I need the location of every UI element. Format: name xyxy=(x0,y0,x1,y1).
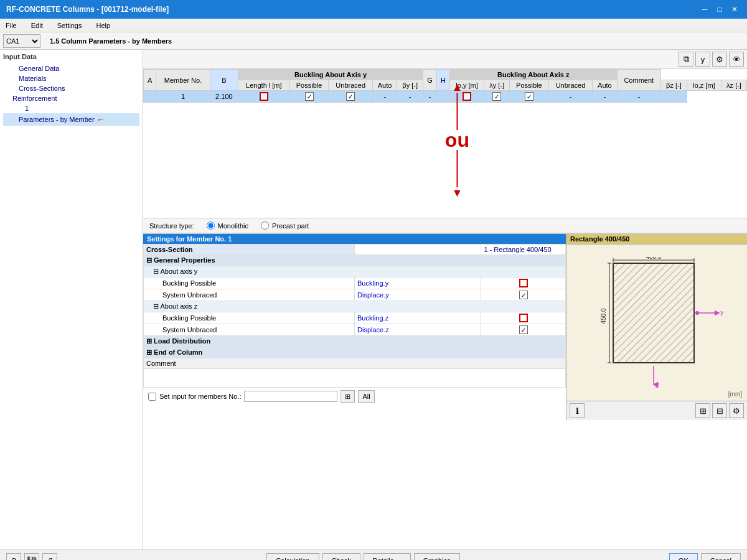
axis-z-header: ⊟ About axis z xyxy=(144,301,566,312)
member-no-input[interactable] xyxy=(244,391,337,402)
bottom-panel: Settings for Member No. 1 Cross-Section … xyxy=(143,233,747,420)
eye-icon[interactable]: 👁 xyxy=(729,52,744,67)
menu-help[interactable]: Help xyxy=(93,21,113,30)
chart-y-icon[interactable]: y xyxy=(695,52,710,67)
close-btn[interactable]: ✕ xyxy=(728,4,741,15)
possible-z-checkbox[interactable] xyxy=(463,92,471,101)
buckling-possible-y-row: Buckling Possible Buckling.y xyxy=(144,278,566,289)
table-row[interactable]: 1 2.100 - - - - - - xyxy=(144,91,747,103)
load-dist-header: ⊞ Load Distribution xyxy=(144,336,566,347)
help-btn[interactable]: ? xyxy=(6,553,21,560)
footer-left: ? 💾 🖨 xyxy=(6,553,57,560)
possible-y-checkbox[interactable] xyxy=(260,92,268,101)
buckling-possible-z-val[interactable] xyxy=(481,312,566,324)
info-icon[interactable]: ℹ xyxy=(570,403,585,418)
precast-radio-group[interactable]: Precast part xyxy=(261,222,309,230)
col-beta-y: βy [-] xyxy=(397,80,423,91)
buckling-y-checkbox[interactable] xyxy=(519,279,528,287)
monolithic-radio-group[interactable]: Monolithic xyxy=(207,222,249,230)
menu-bar: File Edit Settings Help xyxy=(0,19,747,32)
cell-possible-z[interactable] xyxy=(449,91,484,103)
cross-section-label: Cross-Section xyxy=(144,245,355,255)
filter-btn[interactable]: ⊞ xyxy=(341,390,355,403)
svg-text:z: z xyxy=(655,382,659,389)
buckling-z-checkbox[interactable] xyxy=(519,314,528,322)
cancel-btn[interactable]: Cancel xyxy=(701,553,741,560)
zoom-fit-icon[interactable]: ⊞ xyxy=(695,403,710,418)
buckling-possible-y-key: Buckling.y xyxy=(355,278,481,289)
calculation-btn[interactable]: Calculation xyxy=(266,553,319,560)
svg-point-14 xyxy=(695,311,699,315)
cell-unbraced-y[interactable] xyxy=(289,91,329,103)
menu-settings[interactable]: Settings xyxy=(55,21,85,30)
system-unbraced-z-val[interactable] xyxy=(481,324,566,336)
cell-comment xyxy=(660,91,687,103)
unbraced-z-checkbox[interactable] xyxy=(492,92,501,101)
check-btn[interactable]: Check xyxy=(322,553,360,560)
settings-icon[interactable]: ⚙ xyxy=(712,52,727,67)
auto-y-checkbox[interactable] xyxy=(346,92,355,101)
system-unbraced-z-row: System Unbraced Displace.z xyxy=(144,324,566,336)
settings2-icon[interactable]: ⚙ xyxy=(729,403,744,418)
sidebar-item-reinforcement[interactable]: Reinforcement xyxy=(3,93,139,103)
sidebar-item-general-data[interactable]: General Data xyxy=(3,63,139,73)
menu-file[interactable]: File xyxy=(3,21,19,30)
all-btn[interactable]: All xyxy=(358,390,374,403)
cross-section-view: 400.0 450.0 y z xyxy=(566,245,747,401)
buckling-possible-z-key: Buckling.z xyxy=(355,312,481,324)
details-btn[interactable]: Details ... xyxy=(364,553,411,560)
col-unbraced-y: Unbraced xyxy=(329,80,372,91)
sidebar-item-reinf-1[interactable]: 1 xyxy=(3,103,139,113)
footer-right: OK Cancel xyxy=(669,553,741,560)
cell-auto-y[interactable] xyxy=(329,91,372,103)
table-area: A Member No. B Buckling About Axis y G H… xyxy=(143,69,747,218)
general-props-icon: ⊟ xyxy=(146,256,152,264)
cell-auto-z[interactable] xyxy=(509,91,548,103)
monolithic-radio[interactable] xyxy=(207,222,215,230)
menu-edit[interactable]: Edit xyxy=(29,21,45,30)
print-btn[interactable]: 🖨 xyxy=(42,553,57,560)
buckling-possible-y-val[interactable] xyxy=(481,278,566,289)
graphics-title: Rectangle 400/450 xyxy=(566,234,747,245)
buckling-possible-z-row: Buckling Possible Buckling.z xyxy=(144,312,566,324)
zoom-frame-icon[interactable]: ⊟ xyxy=(712,403,727,418)
set-input-row: Set input for members No.: ⊞ All xyxy=(143,388,566,405)
axis-y-icon: ⊟ xyxy=(153,268,159,275)
displace-y-checkbox[interactable] xyxy=(519,291,528,299)
unbraced-y-checkbox[interactable] xyxy=(305,92,314,101)
monolithic-label: Monolithic xyxy=(218,222,249,230)
cell-lambda-y: - xyxy=(423,91,437,103)
graphics-panel: Rectangle 400/450 xyxy=(566,234,747,420)
structure-type-row: Structure type: Monolithic Precast part xyxy=(143,218,747,233)
col-header-h: H xyxy=(436,70,449,91)
sidebar-item-parameters-by-member[interactable]: Parameters - by Member ← xyxy=(3,113,139,126)
cross-section-key xyxy=(355,245,481,255)
minimize-btn[interactable]: ─ xyxy=(698,4,711,15)
system-unbraced-y-key: Displace.y xyxy=(355,289,481,301)
cell-lo-y: - xyxy=(397,91,423,103)
cell-member-no: 1 xyxy=(156,91,210,103)
col-group-buckling-z: Buckling About Axis z xyxy=(449,70,617,80)
svg-text:y: y xyxy=(720,309,723,316)
cell-unbraced-z[interactable] xyxy=(484,91,510,103)
window-controls: ─ □ ✕ xyxy=(698,4,741,15)
footer-center: Calculation Check Details ... Graphics xyxy=(266,553,460,560)
col-possible-y: Possible xyxy=(289,80,329,91)
precast-radio[interactable] xyxy=(261,222,269,230)
cell-beta-y: - xyxy=(372,91,397,103)
ca-dropdown[interactable]: CA1 xyxy=(3,34,40,48)
buckling-possible-y-label: Buckling Possible xyxy=(144,278,355,289)
set-input-checkbox[interactable] xyxy=(148,393,156,401)
auto-z-checkbox[interactable] xyxy=(525,92,533,101)
sidebar-item-cross-sections[interactable]: Cross-Sections xyxy=(3,83,139,93)
save-btn[interactable]: 💾 xyxy=(24,553,39,560)
maximize-btn[interactable]: □ xyxy=(713,4,726,15)
displace-z-checkbox[interactable] xyxy=(519,325,528,334)
cell-index xyxy=(144,91,156,103)
copy-icon[interactable]: ⧉ xyxy=(679,52,693,67)
system-unbraced-y-val[interactable] xyxy=(481,289,566,301)
graphics-btn[interactable]: Graphics xyxy=(414,553,460,560)
cell-possible-y[interactable] xyxy=(238,91,290,103)
sidebar-item-materials[interactable]: Materials xyxy=(3,73,139,83)
ok-btn[interactable]: OK xyxy=(669,553,698,560)
